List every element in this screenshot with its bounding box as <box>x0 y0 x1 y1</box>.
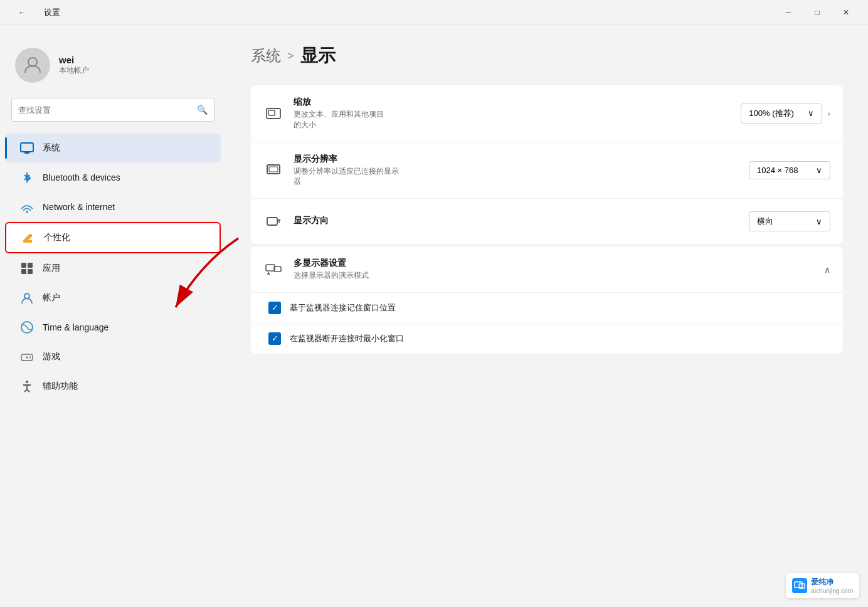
resolution-subtitle: 调整分辨率以适应已连接的显示器 <box>294 166 739 187</box>
svg-point-16 <box>29 357 31 359</box>
user-info: wei 本地帐户 <box>59 55 89 76</box>
resolution-chevron-down-icon: ∨ <box>816 166 822 175</box>
sidebar-item-apps[interactable]: 应用 <box>5 254 221 283</box>
sidebar-item-accounts-label: 帐户 <box>43 292 60 304</box>
scale-value: 100% (推荐) <box>749 108 794 119</box>
sidebar-item-personalization-icon <box>21 231 35 245</box>
scale-subtitle: 更改文本、应用和其他项目的大小 <box>294 109 731 130</box>
multi-display-icon <box>263 260 283 280</box>
checkbox-row-2[interactable]: ✓ 在监视器断开连接时最小化窗口 <box>251 324 843 354</box>
multi-display-header[interactable]: 多显示器设置 选择显示器的演示模式 ∧ <box>251 246 843 293</box>
sidebar-item-accessibility-icon <box>20 379 34 393</box>
sidebar-item-time-icon <box>20 320 34 334</box>
user-subtitle: 本地帐户 <box>59 65 89 76</box>
resolution-icon <box>263 160 283 180</box>
multi-display-subtitle: 选择显示器的演示模式 <box>294 270 814 281</box>
breadcrumb: 系统 > 显示 <box>251 44 843 68</box>
user-name: wei <box>59 55 89 65</box>
sidebar-item-time[interactable]: Time & language <box>5 313 221 342</box>
search-input[interactable] <box>18 105 192 115</box>
scale-title: 缩放 <box>294 97 731 108</box>
scale-chevron-down-icon: ∨ <box>808 108 814 118</box>
sidebar-item-apps-label: 应用 <box>43 263 60 274</box>
breadcrumb-parent: 系统 <box>251 46 281 66</box>
scale-icon <box>263 103 283 124</box>
multi-display-chevron-up-icon: ∧ <box>824 265 830 275</box>
resolution-control: 1024 × 768 ∨ <box>749 161 830 179</box>
svg-rect-19 <box>268 110 275 115</box>
resolution-title: 显示分辨率 <box>294 154 739 165</box>
svg-point-4 <box>26 211 28 213</box>
orientation-chevron-down-icon: ∨ <box>816 217 822 226</box>
scale-row: 缩放 更改文本、应用和其他项目的大小 100% (推荐) ∨ › <box>251 85 843 142</box>
checkmark-1-icon: ✓ <box>272 303 278 312</box>
sidebar-item-system[interactable]: 系统 <box>5 134 221 162</box>
search-container: 🔍 <box>0 98 226 133</box>
svg-rect-6 <box>21 263 26 268</box>
sidebar-item-gaming-icon <box>20 350 34 364</box>
sidebar-item-accessibility[interactable]: 辅助功能 <box>5 372 221 401</box>
svg-rect-24 <box>267 218 277 225</box>
svg-rect-30 <box>795 582 802 588</box>
checkmark-2-icon: ✓ <box>272 334 278 343</box>
sidebar-item-bluetooth-icon <box>20 171 34 184</box>
checkbox-label-2: 在监视器断开连接时最小化窗口 <box>290 333 404 344</box>
sidebar-item-system-label: 系统 <box>43 142 60 154</box>
minimize-button[interactable]: ─ <box>774 3 803 23</box>
sidebar-item-personalization[interactable]: 个性化 <box>5 222 221 253</box>
svg-rect-7 <box>28 263 33 268</box>
sidebar-item-bluetooth[interactable]: Bluetooth & devices <box>5 163 221 192</box>
sidebar-item-gaming[interactable]: 游戏 <box>5 342 221 371</box>
back-button[interactable]: ← <box>8 3 36 23</box>
scale-chevron-right-icon: › <box>827 108 830 119</box>
multi-display-body: ✓ 基于监视器连接记住窗口位置 ✓ 在监视器断开连接时最小化窗口 <box>251 293 843 354</box>
watermark-text: 爱纯净 aichunjing.com <box>811 577 853 594</box>
watermark: 爱纯净 aichunjing.com <box>786 573 859 598</box>
settings-card-main: 缩放 更改文本、应用和其他项目的大小 100% (推荐) ∨ › <box>251 85 843 244</box>
orientation-icon <box>263 211 283 231</box>
sidebar-item-accounts[interactable]: 帐户 <box>5 283 221 312</box>
scale-control: 100% (推荐) ∨ › <box>741 103 830 124</box>
sidebar-item-network-icon <box>20 200 34 214</box>
resolution-text: 显示分辨率 调整分辨率以适应已连接的显示器 <box>294 154 739 187</box>
multi-display-title: 多显示器设置 <box>294 258 814 269</box>
nav-list: 系统Bluetooth & devicesNetwork & internet个… <box>0 134 226 401</box>
close-button[interactable]: ✕ <box>832 3 860 23</box>
sidebar-item-network[interactable]: Network & internet <box>5 193 221 221</box>
titlebar-controls: ─ □ ✕ <box>774 3 860 23</box>
orientation-value: 横向 <box>757 216 773 227</box>
orientation-dropdown[interactable]: 横向 ∨ <box>749 211 830 231</box>
search-icon: 🔍 <box>197 105 208 115</box>
svg-rect-9 <box>28 269 33 274</box>
orientation-control: 横向 ∨ <box>749 211 830 231</box>
checkbox-1[interactable]: ✓ <box>268 302 281 314</box>
sidebar-item-network-label: Network & internet <box>43 202 115 212</box>
sidebar-item-accessibility-label: 辅助功能 <box>43 381 78 392</box>
svg-point-10 <box>24 293 29 298</box>
breadcrumb-current: 显示 <box>300 44 336 68</box>
titlebar-title: 设置 <box>44 7 60 18</box>
user-profile[interactable]: wei 本地帐户 <box>0 38 226 98</box>
watermark-icon <box>792 578 807 593</box>
checkbox-label-1: 基于监视器连接记住窗口位置 <box>290 302 396 314</box>
checkbox-2[interactable]: ✓ <box>268 332 281 345</box>
orientation-text: 显示方向 <box>294 215 739 228</box>
content-area: 系统 > 显示 缩放 更改文本、应用和其他项目的大小 <box>226 25 868 607</box>
resolution-dropdown[interactable]: 1024 × 768 ∨ <box>749 161 830 179</box>
main-layout: wei 本地帐户 🔍 系统Bluetooth & devicesNetwork … <box>0 25 868 607</box>
checkbox-row-1[interactable]: ✓ 基于监视器连接记住窗口位置 <box>251 293 843 324</box>
multi-display-text: 多显示器设置 选择显示器的演示模式 <box>294 258 814 281</box>
sidebar-item-apps-icon <box>20 261 34 275</box>
maximize-button[interactable]: □ <box>803 3 832 23</box>
scale-dropdown[interactable]: 100% (推荐) ∨ <box>741 103 822 124</box>
scale-text: 缩放 更改文本、应用和其他项目的大小 <box>294 97 731 130</box>
svg-point-15 <box>29 356 31 357</box>
svg-point-17 <box>26 381 28 383</box>
svg-rect-25 <box>266 265 275 271</box>
svg-rect-23 <box>269 167 278 172</box>
resolution-row: 显示分辨率 调整分辨率以适应已连接的显示器 1024 × 768 ∨ <box>251 142 843 199</box>
search-box: 🔍 <box>11 98 214 122</box>
sidebar: wei 本地帐户 🔍 系统Bluetooth & devicesNetwork … <box>0 25 226 607</box>
sidebar-item-gaming-label: 游戏 <box>43 351 60 362</box>
orientation-row: 显示方向 横向 ∨ <box>251 199 843 244</box>
